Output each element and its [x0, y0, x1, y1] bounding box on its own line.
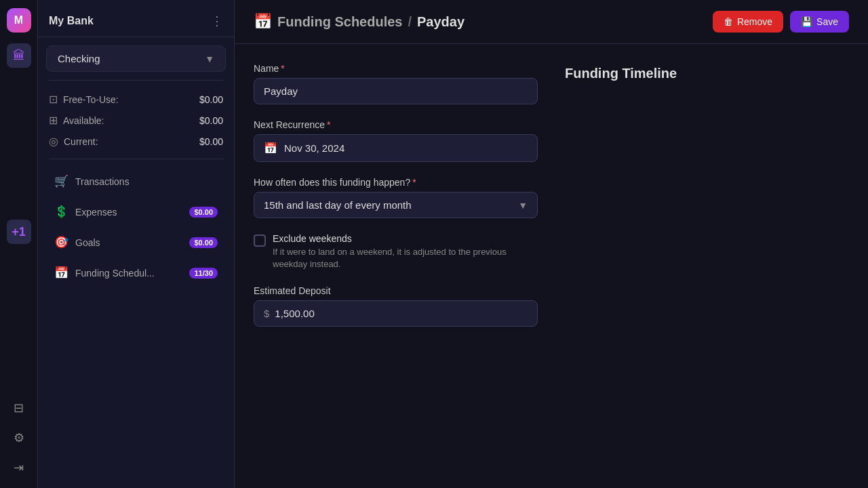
available-label: Available:	[63, 115, 104, 126]
frequency-chevron-icon: ▼	[518, 200, 528, 211]
app-logo[interactable]: M	[7, 8, 31, 33]
sidebar: My Bank ⋮ Checking ▼ ⊡ Free-To-Use: $0.0…	[38, 0, 235, 488]
available-icon: ⊞	[49, 114, 58, 127]
account-selector[interactable]: Checking ▼	[46, 45, 226, 72]
remove-button[interactable]: 🗑 Remove	[713, 11, 783, 33]
divider-2	[49, 159, 223, 159]
rail-bottom-icons: ⊟ ⚙ ⇥	[7, 396, 31, 480]
recurrence-required-star: *	[327, 119, 330, 130]
divider-1	[49, 80, 223, 81]
goals-icon: 🎯	[54, 235, 68, 249]
expenses-icon: 💲	[54, 205, 68, 219]
goals-badge: $0.00	[189, 237, 218, 248]
name-input[interactable]	[254, 78, 538, 104]
balance-free-to-use: ⊡ Free-To-Use: $0.00	[38, 89, 234, 110]
frequency-label: How often does this funding happen? *	[254, 177, 538, 188]
nav-item-goals[interactable]: 🎯 Goals $0.00	[43, 228, 229, 256]
nav-item-funding[interactable]: 📅 Funding Schedul... 11/30	[43, 259, 229, 287]
frequency-field-group: How often does this funding happen? * 15…	[254, 177, 538, 218]
funding-badge: 11/30	[189, 268, 218, 279]
funding-icon: 📅	[54, 266, 68, 280]
nav-item-expenses[interactable]: 💲 Expenses $0.00	[43, 198, 229, 226]
exclude-weekends-desc: If it were to land on a weekend, it is a…	[273, 246, 538, 270]
sidebar-more-button[interactable]: ⋮	[211, 14, 223, 28]
funding-label: Funding Schedul...	[75, 268, 155, 279]
name-label: Name *	[254, 63, 538, 74]
available-value: $0.00	[199, 115, 223, 126]
sidebar-header: My Bank ⋮	[38, 0, 234, 37]
name-field-group: Name *	[254, 63, 538, 104]
date-input[interactable]: 📅 Nov 30, 2024	[254, 134, 538, 162]
exclude-weekends-content: Exclude weekends If it were to land on a…	[273, 233, 538, 270]
current-value: $0.00	[199, 136, 223, 147]
header-actions: 🗑 Remove 💾 Save	[713, 11, 849, 33]
transactions-label: Transactions	[75, 176, 130, 187]
breadcrumb-icon: 📅	[254, 13, 272, 30]
nav-item-transactions[interactable]: 🛒 Transactions	[43, 167, 229, 195]
sidebar-title: My Bank	[49, 15, 94, 27]
calendar-icon: 📅	[264, 142, 277, 155]
account-name: Checking	[58, 53, 100, 64]
free-to-use-icon: ⊡	[49, 93, 58, 106]
timeline-title: Funding Timeline	[565, 66, 849, 81]
breadcrumb: 📅 Funding Schedules / Payday	[254, 13, 465, 30]
date-value: Nov 30, 2024	[284, 142, 344, 154]
deposit-prefix: $	[264, 308, 269, 319]
main-body: Name * Next Recurrence * 📅 Nov 30, 2024	[235, 44, 868, 488]
exclude-weekends-row: Exclude weekends If it were to land on a…	[254, 233, 538, 270]
main-header: 📅 Funding Schedules / Payday 🗑 Remove 💾 …	[235, 0, 868, 44]
plus-one-badge[interactable]: +1	[7, 220, 31, 244]
free-to-use-label: Free-To-Use:	[63, 94, 119, 105]
icon-rail: M 🏛 +1 ⊟ ⚙ ⇥	[0, 0, 38, 488]
logout-icon[interactable]: ⇥	[7, 455, 31, 480]
breadcrumb-parent[interactable]: Funding Schedules	[277, 14, 402, 30]
transactions-icon: 🛒	[54, 174, 68, 188]
form-area: Name * Next Recurrence * 📅 Nov 30, 2024	[254, 63, 538, 469]
save-button[interactable]: 💾 Save	[790, 11, 849, 33]
frequency-select[interactable]: 15th and last day of every month ▼	[254, 192, 538, 218]
name-required-star: *	[281, 63, 284, 74]
balance-current: ◎ Current: $0.00	[38, 131, 234, 152]
main-content: 📅 Funding Schedules / Payday 🗑 Remove 💾 …	[235, 0, 868, 488]
accounts-icon[interactable]: ⊟	[7, 396, 31, 420]
recurrence-label: Next Recurrence *	[254, 119, 538, 130]
deposit-field-group: Estimated Deposit $	[254, 285, 538, 327]
breadcrumb-separator: /	[408, 14, 412, 30]
timeline-area: Funding Timeline	[565, 63, 849, 469]
current-icon: ◎	[49, 135, 58, 148]
bank-nav-icon[interactable]: 🏛	[7, 43, 31, 68]
exclude-weekends-checkbox[interactable]	[254, 235, 266, 247]
free-to-use-value: $0.00	[199, 94, 223, 105]
recurrence-field-group: Next Recurrence * 📅 Nov 30, 2024	[254, 119, 538, 162]
expenses-badge: $0.00	[189, 207, 218, 218]
deposit-input-wrap: $	[254, 300, 538, 327]
frequency-required-star: *	[412, 177, 416, 188]
breadcrumb-current: Payday	[417, 14, 465, 30]
deposit-input[interactable]	[275, 308, 528, 319]
account-selector-chevron: ▼	[205, 54, 214, 64]
expenses-label: Expenses	[75, 207, 117, 218]
remove-icon: 🗑	[724, 16, 733, 27]
exclude-weekends-label: Exclude weekends	[273, 233, 538, 244]
goals-label: Goals	[75, 237, 100, 248]
deposit-label: Estimated Deposit	[254, 285, 538, 296]
frequency-value: 15th and last day of every month	[264, 199, 412, 211]
balance-available: ⊞ Available: $0.00	[38, 110, 234, 131]
current-label: Current:	[64, 136, 98, 147]
settings-icon[interactable]: ⚙	[7, 426, 31, 450]
save-icon: 💾	[801, 16, 812, 27]
